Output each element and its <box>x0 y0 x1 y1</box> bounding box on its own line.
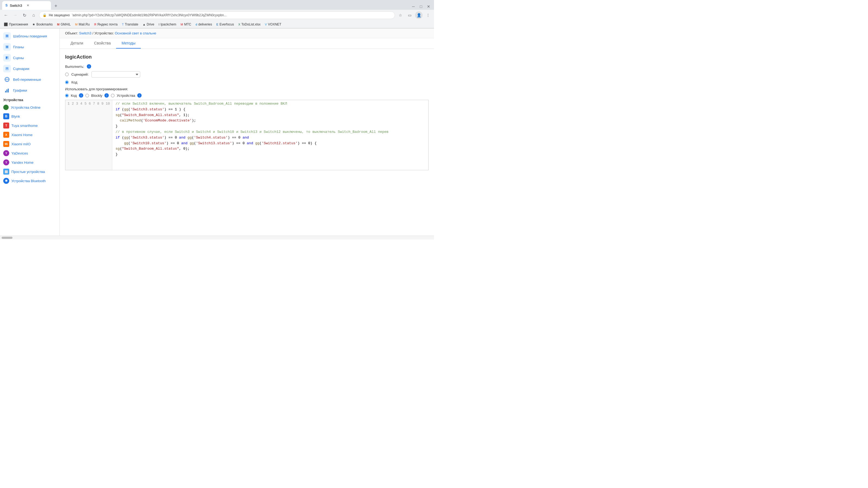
execute-label: Выполнить: <box>65 65 84 69</box>
sidebar-item-xiaomi-miio[interactable]: Mi Xiaomi miIO <box>0 139 59 149</box>
horizontal-scrollbar[interactable] <box>0 236 434 239</box>
maximize-button[interactable]: □ <box>418 3 424 10</box>
prog-code-radio[interactable] <box>65 94 69 97</box>
sidebar-item-blynk[interactable]: B Blynk <box>0 112 59 121</box>
content-body: logicAction Выполнить: i Сценарий: Код <box>60 49 434 176</box>
tab-favicon: S <box>5 3 8 7</box>
code-content[interactable]: // если Switch3 включен, выключатель Swi… <box>112 100 428 170</box>
sidebar-item-simple-devices[interactable]: ⬜ Простые устройства <box>0 167 59 176</box>
scrollbar-thumb[interactable] <box>2 237 12 239</box>
breadcrumb-device-link[interactable]: Основной свет в спальне <box>115 31 156 35</box>
sidebar-item-plans[interactable]: Планы <box>0 41 59 52</box>
minimize-button[interactable]: ─ <box>410 3 416 10</box>
main-content: Объект: Switch3 / Устройство: Основной с… <box>60 29 434 236</box>
apps-icon: ⬛ <box>4 23 8 26</box>
active-tab[interactable]: S Switch3 ✕ <box>2 1 51 10</box>
sidebar-item-webvars[interactable]: Веб-переменные <box>0 74 59 85</box>
tab-title: Switch3 <box>10 3 22 8</box>
xiaomi-miio-icon: Mi <box>3 141 9 147</box>
tab-methods[interactable]: Методы <box>116 38 141 48</box>
bookmark-yandex-mail[interactable]: Я Яндекс почта <box>93 22 119 27</box>
breadcrumb-separator: / Устройство: <box>93 31 114 35</box>
graphs-icon <box>3 87 11 94</box>
bookmark-ipackchem[interactable]: I Ipackchem <box>157 22 178 27</box>
security-icon: 🔒 <box>42 13 46 17</box>
sidebar-item-bluetooth[interactable]: ❋ Устройства Bluetooth <box>0 176 59 186</box>
bluetooth-icon: ❋ <box>3 178 9 184</box>
webvars-icon <box>3 76 11 83</box>
sidebar-item-yadevices[interactable]: Y YaDevices <box>0 149 59 158</box>
bookmark-deliveries[interactable]: d deliveries <box>194 22 214 27</box>
cast-icon[interactable]: ▭ <box>406 11 413 19</box>
close-button[interactable]: ✕ <box>425 3 432 10</box>
sidebar-item-tuya[interactable]: T Tuya smarthome <box>0 121 59 130</box>
profile-icon[interactable]: 👤 <box>415 11 423 19</box>
line-numbers: 1 2 3 4 5 6 7 8 9 10 <box>65 100 112 170</box>
sidebar-item-devices-online[interactable]: Устройства Online <box>0 103 59 112</box>
prog-blockly-radio[interactable] <box>86 94 89 97</box>
prog-code-info-icon[interactable]: i <box>79 93 83 98</box>
menu-icon[interactable]: ⋮ <box>424 11 432 19</box>
tab-properties[interactable]: Свойства <box>89 38 116 48</box>
sidebar-section-devices: Устройства <box>0 96 59 103</box>
url-text: 'admin.php?pd=Y2xhc3Nlczp7aWQ9NDEsdmlld1… <box>72 13 226 17</box>
code-editor[interactable]: 1 2 3 4 5 6 7 8 9 10 // если Switch3 вкл… <box>65 100 429 170</box>
prog-devices-radio[interactable] <box>111 94 115 97</box>
bookmark-apps[interactable]: ⬛ Приложения <box>2 22 30 27</box>
sidebar-item-graphs[interactable]: Графики <box>0 85 59 96</box>
voxnet-icon: V <box>265 23 267 26</box>
bookmark-voxnet[interactable]: V VOXNET <box>264 22 283 27</box>
yandex-home-icon: Y <box>3 159 9 165</box>
bookmark-mts[interactable]: M МТС <box>179 22 193 27</box>
sidebar: Шаблоны поведения Планы Сцены Сценарии <box>0 29 60 236</box>
forward-button[interactable]: → <box>11 11 19 19</box>
sidebar-item-templates[interactable]: Шаблоны поведения <box>0 31 59 41</box>
tab-details[interactable]: Детали <box>65 38 89 48</box>
sidebar-label-scenes: Сцены <box>13 56 24 60</box>
new-tab-button[interactable]: + <box>52 2 60 10</box>
bookmark-bookmarks[interactable]: ★ Bookmarks <box>31 22 54 27</box>
scenario-radio[interactable] <box>65 73 69 76</box>
bookmark-translate[interactable]: T Translate <box>120 22 140 27</box>
sidebar-item-scenes[interactable]: Сцены <box>0 52 59 63</box>
code-row: Код <box>65 80 429 84</box>
sidebar-item-scenarios[interactable]: Сценарии <box>0 63 59 74</box>
bookmark-todolist[interactable]: X ToDoList.xlsx <box>237 22 262 27</box>
yadevices-icon: Y <box>3 150 9 156</box>
bookmark-gmail[interactable]: M GMAIL <box>55 22 72 27</box>
mailru-icon: M <box>75 23 78 26</box>
url-label: Не защищено <box>49 13 70 17</box>
refresh-button[interactable]: ↻ <box>21 11 28 19</box>
templates-icon <box>3 32 11 40</box>
svg-rect-9 <box>5 67 9 70</box>
back-button[interactable]: ← <box>2 11 10 19</box>
star-icon: ★ <box>32 23 35 26</box>
bookmark-drive[interactable]: ▲ Drive <box>141 22 156 27</box>
svg-rect-8 <box>6 58 7 59</box>
execute-row: Выполнить: i <box>65 64 429 69</box>
breadcrumb-object-link[interactable]: Switch3 <box>79 31 92 35</box>
bookmark-everfocus[interactable]: E Everfocus <box>215 22 236 27</box>
code-label: Код <box>71 80 77 84</box>
tuya-icon: T <box>3 123 9 129</box>
address-bar[interactable]: 🔒 Не защищено 'admin.php?pd=Y2xhc3Nlczp7… <box>39 11 395 19</box>
scenario-select[interactable] <box>91 71 140 77</box>
prog-devices-info-icon[interactable]: i <box>137 93 142 98</box>
bookmark-mailru[interactable]: M Mail.Ru <box>73 22 91 27</box>
sidebar-item-xiaomi-home[interactable]: X Xiaomi Home <box>0 130 59 139</box>
home-button[interactable]: ⌂ <box>30 11 37 19</box>
scenarios-icon <box>3 65 11 72</box>
sidebar-item-yandex-home[interactable]: Y Yandex Home <box>0 158 59 167</box>
gmail-icon: M <box>57 23 59 26</box>
sidebar-label-simple-devices: Простые устройства <box>11 170 45 174</box>
breadcrumb-prefix: Объект: <box>65 31 78 35</box>
tabs-bar: Детали Свойства Методы <box>60 38 434 49</box>
prog-blockly-info-icon[interactable]: i <box>104 93 109 98</box>
execute-info-icon[interactable]: i <box>87 64 91 69</box>
tab-close-icon[interactable]: ✕ <box>27 3 29 7</box>
code-radio[interactable] <box>65 80 69 84</box>
bookmark-star-icon[interactable]: ☆ <box>397 11 404 19</box>
xiaomi-home-icon: X <box>3 132 9 138</box>
programming-options-row: Код i Blockly i Устройства i <box>65 93 429 98</box>
sidebar-label-yadevices: YaDevices <box>11 151 28 155</box>
